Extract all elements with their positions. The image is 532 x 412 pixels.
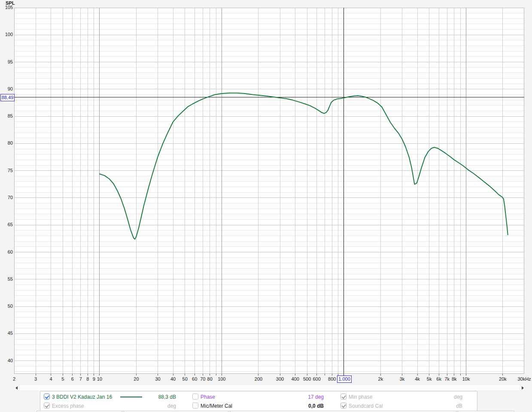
x-tick-label: 5k (427, 376, 432, 382)
rew-spl-window: SPL 105100959085807570656055504540 23456… (0, 0, 532, 412)
mic-cal-checkbox[interactable] (192, 403, 198, 409)
y-tick-label: 90 (0, 86, 13, 91)
spl-chart[interactable] (14, 8, 524, 377)
x-tick-label: 30kHz (517, 376, 531, 382)
x-tick-label: 3 (34, 376, 37, 382)
y-tick-label: 100 (0, 32, 13, 37)
x-tick-label: 400 (291, 376, 299, 382)
x-tick-label: 10 (97, 376, 102, 382)
x-tick-label: 5 (61, 376, 64, 382)
excess-phase-label[interactable]: Excess phase (52, 403, 84, 409)
trace-spl-value: 88,3 dB (139, 394, 176, 400)
x-tick-label: 2k (378, 376, 383, 382)
measurement-legend-panel: 3 BDDI V2 Kadauz Jan 16 88,3 dB Phase 17… (40, 391, 477, 411)
y-tick-label: 65 (0, 222, 13, 227)
y-tick-label: 80 (0, 140, 13, 145)
spl-cursor-readout: 88,49 (0, 94, 15, 101)
trace-name[interactable]: 3 BDDI V2 Kadauz Jan 16 (52, 394, 112, 400)
x-tick-label: 4k (415, 376, 420, 382)
x-tick-label: 10k (462, 376, 470, 382)
min-phase-label[interactable]: Min phase (349, 394, 372, 400)
mic-cal-value: 0,0 dB (285, 403, 324, 409)
x-tick-label: 9 (93, 376, 95, 382)
x-tick-label: 800 (328, 376, 336, 382)
x-tick-label: 6k (436, 376, 441, 382)
x-tick-label: 4 (50, 376, 52, 382)
y-tick-label: 75 (0, 168, 13, 173)
x-tick-label: 100 (218, 376, 225, 382)
x-tick-label: 7k (444, 376, 450, 382)
y-tick-label: 105 (0, 5, 13, 10)
y-tick-label: 50 (0, 303, 13, 309)
min-phase-checkbox[interactable] (340, 394, 347, 400)
x-tick-label: 60 (192, 376, 197, 382)
excess-phase-checkbox[interactable] (44, 403, 50, 409)
x-tick-label: 50 (182, 376, 188, 382)
y-tick-label: 70 (0, 195, 13, 200)
x-tick-label: 3k (400, 376, 405, 382)
x-tick-label: 6 (71, 376, 74, 382)
x-tick-label: 20 (134, 376, 139, 382)
mic-cal-label[interactable]: Mic/Meter Cal (201, 403, 232, 409)
scroll-right-icon[interactable] (522, 386, 524, 390)
freq-cursor-readout: 1.000 (337, 376, 352, 383)
x-tick-label: 80 (207, 376, 213, 382)
y-tick-label: 95 (0, 59, 13, 64)
horizontal-scrollbar[interactable] (14, 385, 525, 390)
soundcard-cal-unit: dB (423, 403, 462, 409)
x-tick-label: 40 (170, 376, 176, 382)
plot-background (14, 8, 524, 374)
x-tick-label: 8k (452, 376, 457, 382)
y-tick-label: 40 (0, 358, 13, 363)
min-phase-unit: deg (423, 394, 462, 400)
trace-checkbox[interactable] (44, 394, 50, 400)
y-tick-label: 85 (0, 113, 13, 118)
scrollbar-track[interactable] (19, 385, 520, 391)
y-tick-label: 60 (0, 249, 13, 254)
excess-phase-unit: deg (139, 403, 176, 409)
x-tick-label: 30 (155, 376, 160, 382)
y-tick-label: 55 (0, 276, 13, 282)
x-tick-label: 20k (499, 376, 507, 382)
x-tick-label: 7 (79, 376, 82, 382)
x-tick-label: 500 (303, 376, 311, 382)
x-tick-label: 600 (313, 376, 320, 382)
x-tick-label: 200 (255, 376, 262, 382)
x-tick-label: 8 (86, 376, 89, 382)
x-tick-label: 2 (13, 376, 15, 382)
soundcard-cal-checkbox[interactable] (340, 403, 347, 409)
soundcard-cal-label[interactable]: Soundcard Cal (349, 403, 383, 409)
scroll-left-icon[interactable] (15, 386, 18, 390)
x-tick-label: 70 (200, 376, 205, 382)
phase-value: 17 deg (285, 394, 324, 400)
phase-checkbox[interactable] (192, 394, 198, 400)
y-tick-label: 45 (0, 330, 13, 336)
x-tick-label: 300 (276, 376, 284, 382)
phase-label[interactable]: Phase (201, 394, 215, 400)
